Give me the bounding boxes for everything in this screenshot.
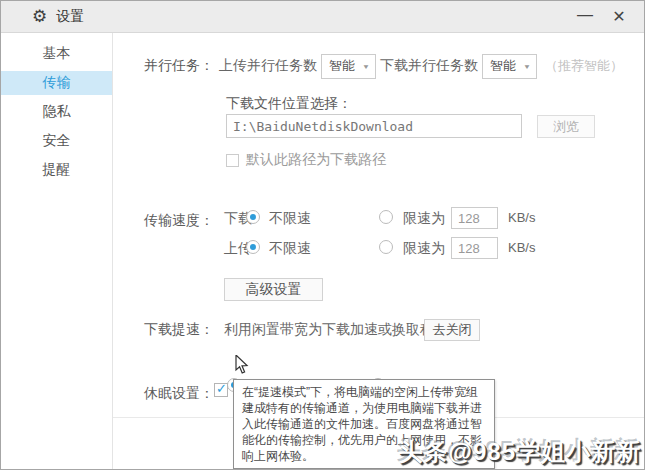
upload-speed-row: 上传 不限速 限速为 KB/s bbox=[113, 237, 644, 259]
sidebar-item-privacy[interactable]: 隐私 bbox=[1, 100, 112, 124]
upload-parallel-value: 智能 bbox=[322, 57, 362, 75]
parallel-tasks-label: 并行任务： bbox=[144, 57, 214, 75]
download-parallel-select[interactable]: 智能 ▼ bbox=[482, 54, 537, 79]
default-path-row: 默认此路径为下载路径 bbox=[226, 152, 386, 168]
download-unlimited-label: 不限速 bbox=[269, 210, 311, 228]
sidebar: 基本 传输 隐私 安全 提醒 bbox=[1, 33, 113, 469]
sidebar-item-transfer[interactable]: 传输 bbox=[1, 71, 112, 95]
minimize-button[interactable]: — bbox=[568, 6, 602, 28]
advanced-settings-button[interactable]: 高级设置 bbox=[224, 278, 323, 301]
disable-boost-button[interactable]: 去关闭 bbox=[424, 319, 480, 341]
default-path-checkbox[interactable] bbox=[226, 154, 239, 167]
sidebar-item-basic[interactable]: 基本 bbox=[1, 42, 112, 66]
parallel-hint: （推荐智能） bbox=[545, 57, 623, 75]
download-limited-label: 限速为 bbox=[403, 210, 445, 228]
upload-parallel-select[interactable]: 智能 ▼ bbox=[321, 54, 376, 79]
close-button[interactable]: ✕ bbox=[602, 7, 636, 26]
upload-limit-unit: KB/s bbox=[508, 240, 535, 255]
sidebar-item-reminder[interactable]: 提醒 bbox=[1, 158, 112, 182]
check-icon: ✓ bbox=[216, 381, 227, 396]
default-path-label: 默认此路径为下载路径 bbox=[246, 151, 386, 169]
upload-unlimited-label: 不限速 bbox=[269, 240, 311, 258]
download-path-input[interactable] bbox=[226, 114, 522, 138]
download-parallel-value: 智能 bbox=[483, 57, 523, 75]
titlebar: ⚙ 设置 — ✕ bbox=[1, 1, 644, 33]
settings-window: ⚙ 设置 — ✕ 基本 传输 隐私 安全 提醒 并行任务： 上传并行任务数 智能… bbox=[0, 0, 645, 470]
chevron-down-icon: ▼ bbox=[523, 62, 531, 69]
sleep-settings-label: 休眠设置： bbox=[144, 385, 214, 403]
upload-limited-radio[interactable] bbox=[379, 240, 393, 254]
download-location-label: 下载文件位置选择： bbox=[226, 95, 352, 113]
download-unlimited-radio[interactable] bbox=[246, 210, 260, 224]
transfer-settings-panel: 并行任务： 上传并行任务数 智能 ▼ 下载并行任务数 智能 ▼ （推荐智能） 下… bbox=[113, 33, 644, 469]
watermark-text: 头条@985学姐小新新 bbox=[399, 436, 641, 468]
mouse-cursor-icon bbox=[235, 355, 249, 379]
browse-button[interactable]: 浏览 bbox=[537, 115, 595, 138]
upload-parallel-label: 上传并行任务数 bbox=[219, 57, 317, 75]
sleep-checkbox[interactable]: ✓ bbox=[214, 383, 228, 397]
download-parallel-label: 下载并行任务数 bbox=[380, 57, 478, 75]
download-limit-input[interactable] bbox=[451, 207, 498, 229]
window-title: 设置 bbox=[56, 8, 84, 26]
chevron-down-icon: ▼ bbox=[362, 62, 370, 69]
download-boost-label: 下载提速： bbox=[144, 321, 214, 339]
upload-limited-label: 限速为 bbox=[403, 240, 445, 258]
download-limit-unit: KB/s bbox=[508, 210, 535, 225]
upload-unlimited-radio[interactable] bbox=[246, 240, 260, 254]
download-limited-radio[interactable] bbox=[379, 210, 393, 224]
parallel-tasks-row: 并行任务： 上传并行任务数 智能 ▼ 下载并行任务数 智能 ▼ （推荐智能） bbox=[144, 53, 623, 79]
upload-limit-input[interactable] bbox=[451, 237, 498, 259]
download-boost-desc: 利用闲置带宽为下载加速或换取积分 bbox=[224, 321, 448, 339]
sidebar-item-security[interactable]: 安全 bbox=[1, 129, 112, 153]
download-speed-row: 下载 不限速 限速为 KB/s bbox=[113, 207, 644, 229]
gear-icon: ⚙ bbox=[32, 8, 47, 25]
